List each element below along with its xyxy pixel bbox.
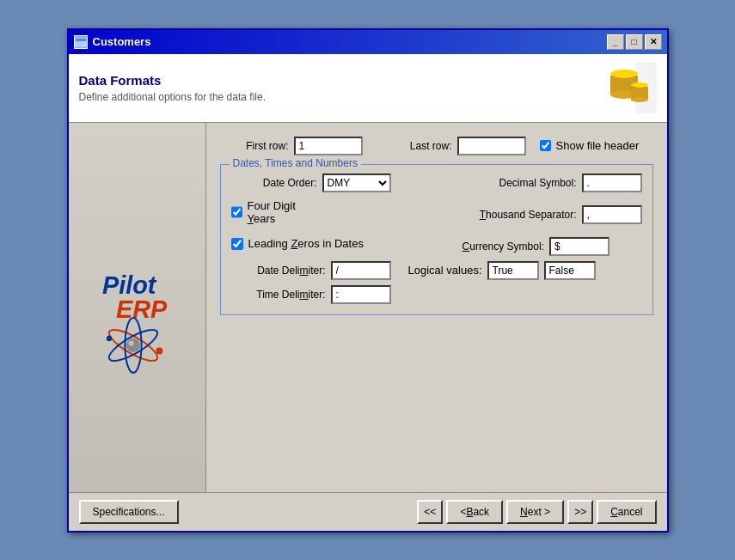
leading-zeros-row: Leading Zeros in Dates [231,237,364,250]
sidebar: Pilot ERP [69,123,206,492]
thousand-separator-label: Thousand Separator: [456,209,577,221]
database-icon [605,62,657,113]
page-subtitle: Define additional options for the data f… [79,91,266,103]
date-delimiter-row: Date Delimiter: [231,261,391,280]
delimiters-logical-section: Date Delimiter: Logical values: Time Del… [231,261,642,304]
last-button[interactable]: >> [567,500,593,524]
svg-rect-1 [76,39,86,41]
svg-point-6 [610,70,638,78]
close-button[interactable]: ✕ [645,34,662,50]
first-row-container: First row: [220,137,363,155]
dates-times-numbers-group: Dates, Times and Numbers Date Order: DMY… [220,164,653,315]
svg-point-18 [156,347,162,354]
time-delimiter-container: Time Delimiter: [231,285,642,304]
svg-point-17 [128,340,133,345]
logical-true-input[interactable] [487,261,539,280]
logical-false-input[interactable] [544,261,596,280]
last-row-input[interactable] [457,137,526,155]
main-window: Customers _ □ ✕ Data Formats Define addi… [67,28,669,533]
logo: Pilot ERP [85,239,188,376]
page-title: Data Formats [79,73,266,88]
minimize-button[interactable]: _ [607,34,624,50]
window-title: Customers [93,35,151,48]
currency-symbol-row: Currency Symbol: [432,237,609,256]
svg-point-10 [631,82,648,88]
svg-point-16 [126,338,140,352]
logical-values-row: Logical values: [408,261,596,280]
date-delimiter-label: Date Delimiter: [231,265,326,277]
pilot-erp-logo-svg: Pilot ERP [85,239,188,376]
next-button[interactable]: Next > [506,500,564,524]
time-delimiter-input[interactable] [331,285,391,304]
svg-text:ERP: ERP [116,295,168,323]
date-order-label: Date Order: [231,177,317,189]
leading-zeros-label: Leading Zeros in Dates [248,237,364,250]
content-area: First row: Last row: Show file header Da… [206,123,667,492]
maximize-button[interactable]: □ [626,34,643,50]
window-body: Pilot ERP [69,123,667,492]
window-icon [74,35,88,49]
leading-zeros-checkbox[interactable] [231,238,243,250]
thousand-separator-input[interactable] [582,205,642,224]
svg-point-9 [631,97,648,102]
time-delimiter-label: Time Delimiter: [231,289,326,301]
footer: Specifications... << < Back Next > >> Ca… [69,492,667,531]
last-row-container: Last row: [383,137,526,155]
cancel-button[interactable]: Cancel [597,500,656,524]
currency-symbol-label: Currency Symbol: [432,240,544,253]
decimal-symbol-row: Decimal Symbol: [465,173,642,192]
four-digit-years-label: Four Digit Years [248,199,319,225]
last-row-label: Last row: [383,140,452,152]
group-legend: Dates, Times and Numbers [230,157,361,169]
title-bar: Customers _ □ ✕ [69,30,667,54]
footer-right: << < Back Next > >> Cancel [417,500,656,524]
time-delimiter-row: Time Delimiter: [231,285,391,304]
footer-left: Specifications... [79,500,179,524]
show-file-header-label: Show file header [556,139,640,152]
first-row-input[interactable] [294,137,363,155]
date-order-select[interactable]: DMY MDY YMD [322,173,391,192]
decimal-symbol-input[interactable] [582,173,642,192]
thousand-separator-row: Thousand Separator: [456,205,642,224]
first-row-label: First row: [220,140,289,152]
show-header-container: Show file header [540,139,640,152]
first-last-row-section: First row: Last row: Show file header [220,137,653,155]
date-delimiter-input[interactable] [331,261,391,280]
four-digit-years-checkbox[interactable] [231,206,242,218]
logical-values-label: Logical values: [408,264,482,277]
decimal-symbol-label: Decimal Symbol: [465,177,577,189]
window-header: Data Formats Define additional options f… [69,54,667,123]
svg-point-19 [107,335,112,340]
back-button[interactable]: < Back [446,500,503,524]
svg-text:Pilot: Pilot [102,271,157,299]
checkboxes-section: Four Digit Years Thousand Separator: Lea… [231,199,642,256]
four-digit-years-row: Four Digit Years [231,199,319,225]
title-buttons: _ □ ✕ [607,34,662,50]
show-file-header-checkbox[interactable] [540,140,551,151]
date-order-row: Date Order: DMY MDY YMD Decimal Symbol: [231,173,642,192]
currency-symbol-input[interactable] [549,237,609,256]
first-button[interactable]: << [417,500,443,524]
specifications-button[interactable]: Specifications... [79,500,179,524]
header-icon-area [605,62,657,113]
